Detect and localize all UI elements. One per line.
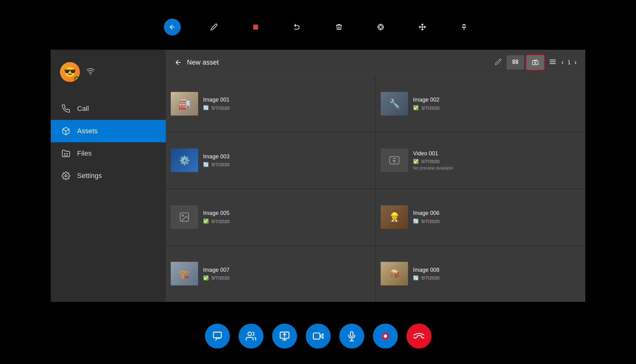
svg-point-18 bbox=[535, 62, 536, 64]
page-number: 1 bbox=[568, 59, 571, 66]
asset-info-008: Image 008 🔄 5/7/2020 bbox=[413, 267, 580, 281]
asset-name-006: Image 006 bbox=[413, 210, 580, 216]
video-placeholder bbox=[381, 148, 408, 172]
asset-date-v001: 5/7/2020 bbox=[421, 159, 439, 164]
asset-thumb-007: 🏗️ bbox=[171, 262, 198, 285]
asset-thumb-003: ⚙️ bbox=[171, 148, 198, 172]
asset-date-003: 5/7/2020 bbox=[211, 162, 230, 167]
end-call-button[interactable] bbox=[406, 324, 431, 348]
asset-no-preview-v001: No preview available bbox=[413, 166, 580, 171]
svg-rect-11 bbox=[64, 153, 67, 156]
asset-item-v001[interactable]: Video 001 ✅ 5/7/2020 No preview availabl… bbox=[376, 132, 585, 189]
asset-thumb-002: 🔧 bbox=[381, 92, 408, 116]
avatar: 😎 bbox=[60, 62, 80, 82]
svg-rect-16 bbox=[516, 62, 518, 64]
sync-icon-008: 🔄 bbox=[413, 275, 419, 281]
sync-icon-001: 🔄 bbox=[203, 105, 209, 111]
next-page-button[interactable]: › bbox=[574, 58, 577, 66]
video-button[interactable] bbox=[306, 324, 331, 348]
asset-item-003[interactable]: ⚙️ Image 003 🔄 5/7/2020 bbox=[166, 132, 375, 189]
svg-rect-31 bbox=[350, 332, 353, 337]
asset-status-005: ✅ 5/7/2020 bbox=[203, 218, 370, 224]
svg-rect-13 bbox=[513, 60, 515, 61]
svg-rect-15 bbox=[513, 62, 515, 64]
asset-name-008: Image 008 bbox=[413, 267, 580, 273]
sidebar-label-settings: Settings bbox=[77, 172, 102, 180]
asset-date-008: 5/7/2020 bbox=[421, 275, 439, 280]
asset-name-003: Image 003 bbox=[203, 153, 370, 160]
asset-info-002: Image 002 ✅ 5/7/2020 bbox=[413, 97, 580, 111]
asset-info-006: Image 006 🔄 5/7/2020 bbox=[413, 210, 580, 224]
share-screen-button[interactable] bbox=[272, 324, 297, 348]
delete-toolbar-btn[interactable] bbox=[331, 19, 347, 35]
asset-status-003: 🔄 5/7/2020 bbox=[203, 162, 370, 167]
edit-button[interactable] bbox=[495, 58, 502, 67]
move-toolbar-btn[interactable] bbox=[414, 19, 431, 35]
bottom-controls bbox=[0, 324, 636, 348]
asset-info-v001: Video 001 ✅ 5/7/2020 No preview availabl… bbox=[413, 150, 580, 171]
pin-toolbar-btn[interactable] bbox=[456, 19, 472, 35]
list-view-button[interactable] bbox=[546, 56, 559, 70]
back-toolbar-btn[interactable] bbox=[164, 19, 181, 35]
svg-point-2 bbox=[379, 25, 382, 29]
asset-status-v001: ✅ 5/7/2020 bbox=[413, 159, 580, 164]
asset-info-001: Image 001 🔄 5/7/2020 bbox=[203, 97, 370, 111]
check-icon-007: ✅ bbox=[203, 275, 209, 281]
sidebar: 😎 Call bbox=[51, 50, 166, 302]
svg-point-23 bbox=[393, 160, 395, 162]
pagination: ‹ 1 › bbox=[561, 58, 577, 66]
asset-item-001[interactable]: 🏭 Image 001 🔄 5/7/2020 bbox=[166, 75, 375, 132]
sidebar-label-call: Call bbox=[77, 105, 89, 113]
assets-grid: 🏭 Image 001 🔄 5/7/2020 🔧 Image 002 bbox=[166, 75, 585, 302]
asset-date-005: 5/7/2020 bbox=[211, 219, 230, 224]
sidebar-item-assets[interactable]: Assets bbox=[51, 120, 166, 142]
svg-rect-26 bbox=[213, 332, 221, 338]
undo-toolbar-btn[interactable] bbox=[289, 19, 306, 35]
asset-item-002[interactable]: 🔧 Image 002 ✅ 5/7/2020 bbox=[376, 75, 585, 132]
content-header: New asset bbox=[166, 50, 585, 75]
svg-rect-14 bbox=[516, 60, 518, 61]
online-indicator bbox=[74, 76, 79, 81]
asset-thumb-006: 👷 bbox=[381, 205, 408, 229]
mic-button[interactable] bbox=[339, 324, 364, 348]
svg-point-12 bbox=[65, 175, 67, 177]
sidebar-item-files[interactable]: Files bbox=[51, 142, 166, 165]
asset-status-006: 🔄 5/7/2020 bbox=[413, 218, 580, 224]
main-content: New asset bbox=[166, 50, 585, 302]
sync-icon-003: 🔄 bbox=[203, 162, 209, 167]
asset-name-001: Image 001 bbox=[203, 97, 370, 103]
asset-item-007[interactable]: 🏗️ Image 007 ✅ 5/7/2020 bbox=[166, 246, 375, 302]
svg-point-25 bbox=[182, 215, 184, 216]
header-actions: ‹ 1 › bbox=[507, 55, 577, 70]
chat-button[interactable] bbox=[205, 324, 230, 348]
camera-view-button[interactable] bbox=[527, 55, 544, 70]
asset-item-008[interactable]: 📦 Image 008 🔄 5/7/2020 bbox=[376, 246, 585, 302]
record-button[interactable] bbox=[373, 324, 398, 348]
sidebar-item-call[interactable]: Call bbox=[51, 98, 166, 120]
back-button[interactable] bbox=[174, 59, 182, 66]
asset-status-001: 🔄 5/7/2020 bbox=[203, 105, 370, 111]
asset-thumb-v001 bbox=[381, 148, 408, 172]
asset-item-005[interactable]: Image 005 ✅ 5/7/2020 bbox=[166, 189, 375, 245]
sidebar-item-settings[interactable]: Settings bbox=[51, 165, 166, 187]
wifi-icon bbox=[86, 67, 95, 77]
prev-page-button[interactable]: ‹ bbox=[561, 58, 564, 66]
check-icon-002: ✅ bbox=[413, 105, 419, 111]
asset-name-002: Image 002 bbox=[413, 97, 580, 103]
svg-rect-17 bbox=[532, 61, 538, 65]
sync-icon-006: 🔄 bbox=[413, 218, 419, 224]
asset-thumb-008: 📦 bbox=[381, 262, 408, 285]
add-person-button[interactable] bbox=[239, 324, 263, 348]
target-toolbar-btn[interactable] bbox=[372, 19, 389, 35]
svg-point-9 bbox=[90, 74, 91, 74]
pen-toolbar-btn[interactable] bbox=[206, 19, 222, 35]
grid-view-button[interactable] bbox=[507, 55, 524, 70]
user-section: 😎 bbox=[51, 56, 166, 88]
asset-name-005: Image 005 bbox=[203, 210, 370, 216]
asset-thumb-001: 🏭 bbox=[171, 92, 198, 116]
asset-date-007: 5/7/2020 bbox=[211, 275, 230, 280]
stop-toolbar-btn[interactable] bbox=[247, 19, 264, 35]
asset-item-006[interactable]: 👷 Image 006 🔄 5/7/2020 bbox=[376, 189, 585, 245]
asset-status-007: ✅ 5/7/2020 bbox=[203, 275, 370, 281]
asset-status-008: 🔄 5/7/2020 bbox=[413, 275, 580, 281]
